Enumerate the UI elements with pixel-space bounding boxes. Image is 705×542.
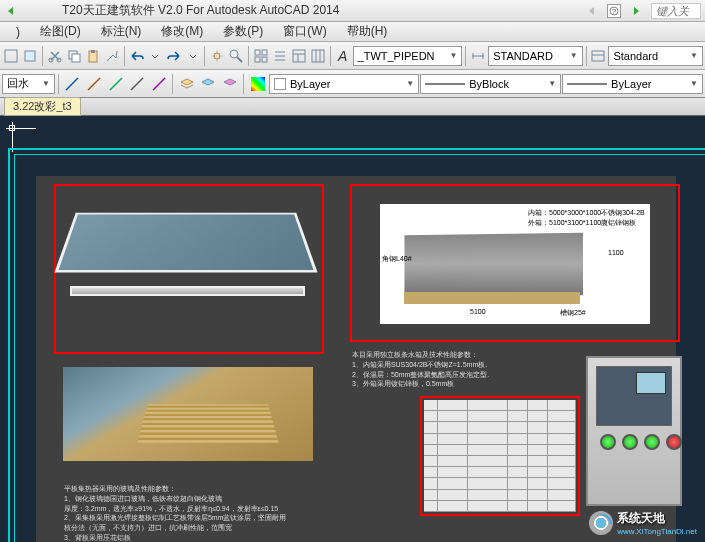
pipe-type-combo[interactable]: 回水 ▼ bbox=[2, 74, 55, 94]
spec-table-image bbox=[424, 400, 576, 512]
menu-window[interactable]: 窗口(W) bbox=[273, 21, 336, 42]
chevron-down-icon: ▼ bbox=[406, 79, 414, 88]
combo-value: _TWT_PIPEDN bbox=[358, 50, 435, 62]
svg-rect-2 bbox=[5, 50, 17, 62]
nav-back2-icon[interactable] bbox=[585, 4, 599, 18]
tank-dim: 1100 bbox=[608, 249, 624, 256]
chevron-down-icon: ▼ bbox=[42, 79, 50, 88]
tank-dim: 5100 bbox=[470, 308, 486, 315]
lineweight-preview-icon bbox=[567, 79, 607, 89]
linetype-combo[interactable]: ByBlock ▼ bbox=[420, 74, 561, 94]
tool-icon[interactable] bbox=[21, 45, 39, 67]
spec-line: 2、保温层：50mm整体聚氨酯高压发泡定型. bbox=[352, 370, 489, 380]
color-icon[interactable] bbox=[247, 73, 268, 95]
svg-line-32 bbox=[66, 78, 78, 90]
combo-value: 回水 bbox=[7, 76, 29, 91]
watermark-url: www.XiTongTianDi.net bbox=[617, 527, 697, 536]
chevron-down-icon: ▼ bbox=[450, 51, 458, 60]
solar-panel-image bbox=[70, 286, 305, 296]
grid-icon[interactable] bbox=[252, 45, 270, 67]
svg-rect-9 bbox=[91, 50, 95, 53]
spec-line: 厚度：3.2mm，透光率≥91%，不透水，反射率η≤0.94，发射率ε≤0.15 bbox=[64, 504, 286, 514]
control-box-image bbox=[586, 356, 682, 506]
spec-title: 平板集热器采用的玻璃及性能参数： bbox=[64, 484, 286, 494]
line-icon[interactable] bbox=[62, 73, 83, 95]
document-tab[interactable]: 3.22改彩_t3 bbox=[4, 97, 81, 116]
menu-item[interactable]: ) bbox=[6, 23, 30, 41]
title-bar: T20天正建筑软件 V2.0 For Autodesk AutoCAD 2014… bbox=[0, 0, 705, 22]
cut-icon[interactable] bbox=[46, 45, 64, 67]
list-icon[interactable] bbox=[271, 45, 289, 67]
copy-icon[interactable] bbox=[65, 45, 83, 67]
window-title: T20天正建筑软件 V2.0 For Autodesk AutoCAD 2014 bbox=[62, 2, 339, 19]
dim-icon[interactable] bbox=[469, 45, 487, 67]
combo-value: ByLayer bbox=[290, 78, 330, 90]
text-style-combo[interactable]: STANDARD ▼ bbox=[488, 46, 583, 66]
line-icon[interactable] bbox=[149, 73, 170, 95]
nav-back-icon[interactable] bbox=[4, 4, 18, 18]
linetype-preview-icon bbox=[425, 79, 465, 89]
line-icon[interactable] bbox=[105, 73, 126, 95]
redo-icon[interactable] bbox=[165, 45, 183, 67]
line-icon[interactable] bbox=[84, 73, 105, 95]
svg-text:A: A bbox=[337, 48, 347, 64]
svg-rect-30 bbox=[592, 51, 604, 61]
table-style-icon[interactable] bbox=[589, 45, 607, 67]
text-style-icon[interactable]: A bbox=[334, 45, 352, 67]
combo-value: ByBlock bbox=[469, 78, 509, 90]
toolbar-main: A _TWT_PIPEDN ▼ STANDARD ▼ Standard ▼ bbox=[0, 42, 705, 70]
spec-text-block: 本目采用独立板条水箱及技术性能参数： 1、内箱采用SUS304/2B不锈钢Z=1… bbox=[352, 350, 489, 389]
table-style-combo[interactable]: Standard ▼ bbox=[608, 46, 703, 66]
color-swatch bbox=[274, 78, 286, 90]
svg-line-35 bbox=[131, 78, 143, 90]
search-input[interactable] bbox=[651, 3, 701, 19]
layer-icon[interactable] bbox=[220, 73, 241, 95]
nav-fwd-icon[interactable] bbox=[629, 4, 643, 18]
roof-cutaway-image bbox=[60, 364, 316, 464]
menu-modify[interactable]: 修改(M) bbox=[151, 21, 213, 42]
svg-point-11 bbox=[230, 50, 238, 58]
water-tank-diagram: 内箱：5000*3000*1000不锈钢304-2B 外箱：5100*3100*… bbox=[380, 204, 650, 324]
menu-annotate[interactable]: 标注(N) bbox=[91, 21, 152, 42]
help-icon[interactable]: ? bbox=[607, 4, 621, 18]
tool-icon[interactable] bbox=[2, 45, 20, 67]
chevron-down-icon: ▼ bbox=[570, 51, 578, 60]
props-icon[interactable] bbox=[290, 45, 308, 67]
watermark: 系统天地 www.XiTongTianDi.net bbox=[589, 510, 697, 536]
tank-label: 角钢L40# bbox=[382, 254, 412, 264]
line-icon[interactable] bbox=[127, 73, 148, 95]
tank-label: 槽钢25# bbox=[560, 308, 586, 318]
layer-icon[interactable] bbox=[198, 73, 219, 95]
combo-value: Standard bbox=[613, 50, 658, 62]
dropdown-icon[interactable] bbox=[147, 45, 164, 67]
document-tabbar: 3.22改彩_t3 bbox=[0, 98, 705, 116]
menu-draw[interactable]: 绘图(D) bbox=[30, 21, 91, 42]
spec-line: 核分法（无面，不支持力）进口，抗冲刷性能，范围宽 bbox=[64, 523, 286, 533]
svg-rect-13 bbox=[255, 50, 260, 55]
match-icon[interactable] bbox=[103, 45, 121, 67]
color-combo[interactable]: ByLayer ▼ bbox=[269, 74, 419, 94]
tank-label: 内箱：5000*3000*1000不锈钢304-2B bbox=[528, 208, 645, 218]
svg-line-12 bbox=[237, 57, 242, 62]
drawing-canvas[interactable]: 内箱：5000*3000*1000不锈钢304-2B 外箱：5100*3100*… bbox=[0, 116, 705, 542]
svg-text:?: ? bbox=[612, 7, 617, 16]
undo-icon[interactable] bbox=[128, 45, 146, 67]
table-icon[interactable] bbox=[309, 45, 327, 67]
menu-help[interactable]: 帮助(H) bbox=[337, 21, 398, 42]
spec-title: 本目采用独立板条水箱及技术性能参数： bbox=[352, 350, 489, 360]
layer-mgr-icon[interactable] bbox=[176, 73, 197, 95]
menu-params[interactable]: 参数(P) bbox=[213, 21, 273, 42]
svg-rect-16 bbox=[262, 57, 267, 62]
zoom-icon[interactable] bbox=[227, 45, 245, 67]
dim-style-combo[interactable]: _TWT_PIPEDN ▼ bbox=[353, 46, 463, 66]
watermark-name: 系统天地 bbox=[617, 510, 697, 527]
svg-rect-23 bbox=[312, 50, 324, 62]
combo-value: ByLayer bbox=[611, 78, 651, 90]
dropdown-icon[interactable] bbox=[184, 45, 201, 67]
svg-line-33 bbox=[88, 78, 100, 90]
svg-line-34 bbox=[110, 78, 122, 90]
paste-icon[interactable] bbox=[84, 45, 102, 67]
lineweight-combo[interactable]: ByLayer ▼ bbox=[562, 74, 703, 94]
pan-icon[interactable] bbox=[208, 45, 226, 67]
watermark-logo-icon bbox=[589, 511, 613, 535]
